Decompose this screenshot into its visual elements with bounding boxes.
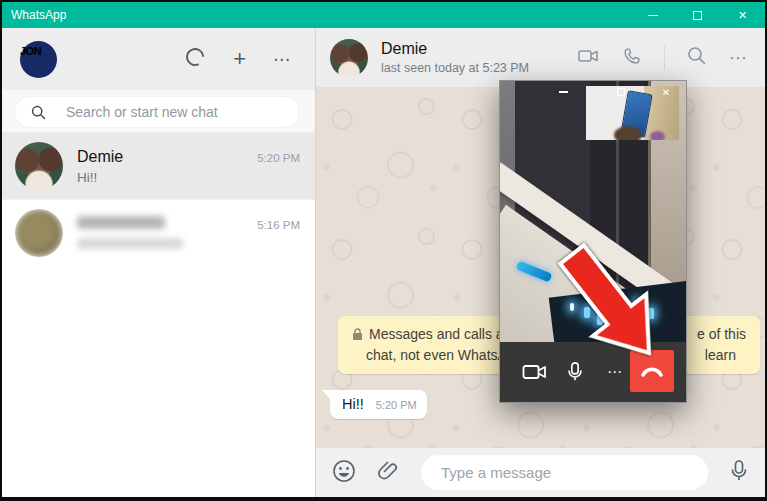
minimize-icon [648, 15, 658, 16]
search-row [2, 90, 315, 133]
my-profile-avatar[interactable]: JON [20, 41, 57, 78]
contact-avatar-blurred [15, 209, 63, 257]
remote-video-feed [500, 81, 686, 344]
hang-up-button[interactable] [630, 350, 674, 392]
sidebar: JON + ⋯ Demie 5:20 PM [2, 28, 316, 497]
sidebar-header: JON + ⋯ [2, 28, 315, 90]
attach-icon[interactable] [377, 459, 401, 487]
message-text: Hi!! [342, 396, 364, 412]
window-controls: ✕ [630, 2, 765, 28]
close-icon: ✕ [662, 87, 670, 98]
call-more-icon[interactable]: ⋯ [596, 363, 634, 381]
video-call-icon[interactable] [576, 44, 600, 72]
conversation-header: Demie last seen today at 5:23 PM ⋯ [316, 28, 765, 87]
chat-preview-blurred [77, 238, 183, 249]
profile-initials: JON [20, 45, 41, 57]
chat-list: Demie 5:20 PM Hi!! 5:16 PM [2, 133, 315, 265]
minimize-button[interactable] [630, 2, 675, 28]
message-input-pill [421, 455, 708, 490]
app-window: WhatsApp ✕ JON + ⋯ [0, 0, 767, 501]
chat-name: Demie [77, 148, 123, 166]
new-chat-icon[interactable]: + [233, 49, 246, 69]
notice-line1-right: e of this [697, 324, 746, 345]
microphone-icon[interactable] [728, 459, 750, 487]
call-window-titlebar: ✕ [500, 81, 686, 103]
voice-call-icon[interactable] [621, 45, 643, 71]
composer-bar [316, 448, 765, 497]
hang-up-icon [639, 363, 665, 379]
call-controls-bar: ⋯ [500, 342, 686, 402]
search-icon [31, 105, 46, 120]
notice-line2-right: learn [705, 345, 736, 366]
status-icon[interactable] [184, 46, 206, 72]
conversation-menu-icon[interactable]: ⋯ [729, 47, 748, 69]
header-divider [664, 46, 665, 70]
message-input[interactable] [441, 464, 699, 481]
call-maximize-button[interactable] [606, 81, 636, 103]
chat-time: 5:20 PM [257, 152, 300, 164]
app-title: WhatsApp [2, 8, 66, 22]
chat-time: 5:16 PM [257, 219, 300, 231]
close-icon: ✕ [738, 9, 747, 22]
incoming-message-bubble: Hi!! 5:20 PM [330, 390, 427, 419]
search-pill[interactable] [14, 96, 300, 128]
search-input[interactable] [66, 104, 286, 120]
maximize-icon [693, 11, 702, 20]
chat-name-blurred [77, 216, 165, 229]
conversation-avatar[interactable] [330, 39, 368, 77]
menu-icon[interactable]: ⋯ [273, 49, 291, 70]
chat-list-item-demie[interactable]: Demie 5:20 PM Hi!! [2, 133, 315, 199]
last-seen-status: last seen today at 5:23 PM [381, 61, 529, 75]
maximize-icon [617, 88, 625, 96]
close-button[interactable]: ✕ [720, 2, 765, 28]
contact-avatar [15, 142, 63, 190]
toggle-video-icon[interactable] [516, 362, 554, 382]
chat-preview: Hi!! [77, 170, 300, 185]
call-close-button[interactable]: ✕ [651, 81, 681, 103]
message-time: 5:20 PM [376, 399, 417, 411]
call-minimize-button[interactable] [548, 81, 578, 103]
emoji-icon[interactable] [331, 458, 357, 488]
minimize-icon [559, 91, 568, 93]
maximize-button[interactable] [675, 2, 720, 28]
lock-icon [352, 328, 363, 341]
conversation-name: Demie [381, 40, 529, 58]
video-call-window: ✕ ⋯ [499, 80, 687, 403]
search-conversation-icon[interactable] [686, 45, 708, 71]
chat-list-item-blurred[interactable]: 5:16 PM [2, 199, 315, 265]
toggle-mute-icon[interactable] [556, 360, 594, 384]
titlebar: WhatsApp ✕ [2, 2, 765, 28]
